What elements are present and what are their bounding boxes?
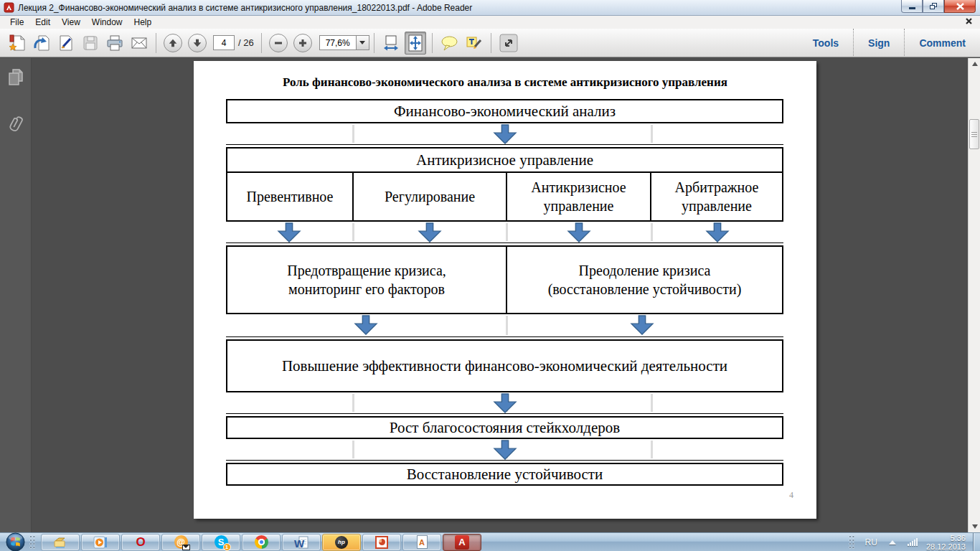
hp-icon: hp	[335, 536, 348, 549]
scrollbar-thumb[interactable]	[969, 119, 979, 149]
flowchart-spacer-row	[226, 392, 783, 414]
taskbar-app-text-document[interactable]: A	[402, 534, 441, 551]
network-signal-icon[interactable]	[908, 538, 918, 546]
zoom-in-button[interactable]	[293, 34, 312, 52]
a-glyph: A	[419, 538, 425, 547]
taskbar-app-adobe-reader[interactable]: A	[443, 534, 481, 551]
zoom-level-value[interactable]: 77,6%	[319, 35, 357, 50]
window-controls	[901, 0, 976, 13]
comment-bubble-button[interactable]	[440, 35, 458, 51]
restore-button[interactable]	[923, 0, 944, 13]
show-desktop-button[interactable]	[973, 533, 980, 551]
scroll-up-button[interactable]	[969, 58, 980, 70]
menu-file[interactable]: File	[4, 17, 29, 27]
language-indicator[interactable]: RU	[859, 537, 883, 547]
column-divider	[506, 223, 508, 241]
mailru-agent-icon: @	[174, 535, 188, 549]
fit-width-button[interactable]	[380, 32, 402, 55]
next-page-icon	[192, 37, 203, 49]
sign-document-button[interactable]	[57, 34, 75, 52]
save-button[interactable]	[82, 34, 99, 52]
sign-button[interactable]: Sign	[853, 29, 904, 57]
tray-grip	[849, 535, 855, 550]
taskbar-app-skype[interactable]: S 1	[202, 534, 240, 551]
close-button[interactable]	[944, 0, 976, 13]
tools-button[interactable]: Tools	[798, 29, 853, 57]
page-thumbnails-button[interactable]	[7, 68, 24, 90]
sign-document-icon	[57, 34, 75, 52]
toolbar-separator	[261, 33, 262, 53]
down-arrow-icon	[705, 222, 730, 242]
pie-chart-glyph	[379, 539, 385, 545]
down-arrow-icon	[493, 393, 517, 413]
taskbar-app-powerpoint[interactable]	[362, 534, 401, 551]
highlight-text-button[interactable]	[466, 35, 483, 51]
comment-bubble-icon	[440, 35, 458, 51]
taskbar-app-windows-explorer[interactable]	[41, 534, 80, 551]
column-divider	[506, 316, 508, 335]
envelope-icon	[182, 545, 190, 550]
taskbar-app-chrome[interactable]	[242, 534, 281, 551]
chevron-down-icon	[359, 41, 365, 44]
paperclip-icon	[7, 114, 24, 136]
toolbar-right-actions: Tools Sign Comment	[798, 29, 980, 57]
fullscreen-button[interactable]	[499, 34, 518, 52]
opera-icon: O	[136, 535, 145, 550]
flowchart-box-welfare: Рост благосостояния стейкхолдеров	[226, 416, 783, 439]
taskbar-app-media-player[interactable]	[81, 534, 120, 551]
minimize-button[interactable]	[901, 0, 923, 13]
zoom-dropdown-button[interactable]	[357, 35, 369, 50]
taskbar-app-mailru-agent[interactable]: @	[161, 534, 200, 551]
scroll-down-button[interactable]	[969, 521, 980, 532]
export-pdf-button[interactable]	[33, 34, 50, 52]
fit-page-icon	[407, 34, 423, 52]
flowchart-box-anticrisis-management: Антикризисное управление	[226, 147, 783, 173]
email-button[interactable]	[131, 36, 148, 50]
print-button[interactable]	[106, 34, 123, 52]
start-button[interactable]	[6, 532, 25, 551]
flowchart-spacer-row	[226, 314, 783, 337]
down-arrow-icon	[277, 222, 301, 242]
text-document-icon: A	[417, 535, 428, 549]
open-file-button[interactable]	[9, 34, 26, 52]
column-divider	[352, 441, 354, 458]
flowchart-box-crisis-overcoming: Преодоление кризиса (восстановление усто…	[507, 247, 782, 313]
taskbar-grip	[29, 535, 36, 550]
taskbar-app-word[interactable]: W	[282, 534, 321, 551]
flowchart-box-anticrisis-upr: Антикризисное управление	[507, 173, 651, 220]
previous-page-button[interactable]	[164, 34, 182, 52]
flowchart-box-arbitration: Арбитражное управление	[651, 173, 782, 220]
taskbar-app-opera[interactable]: O	[121, 534, 160, 551]
system-tray: RU 5:36 28.12.2013	[849, 533, 980, 551]
attachments-button[interactable]	[7, 114, 24, 138]
flowchart-title: Роль финансово-экономического анализа в …	[194, 75, 816, 90]
triangle-up-icon	[972, 62, 978, 66]
highlight-text-icon	[466, 35, 483, 51]
flowchart-spacer-row	[226, 123, 783, 145]
navigation-sidebar	[0, 58, 32, 532]
document-pane[interactable]: Роль финансово-экономического анализа в …	[32, 58, 968, 532]
close-icon	[956, 3, 964, 10]
menu-help[interactable]: Help	[128, 17, 158, 27]
page-number-input[interactable]	[213, 35, 235, 50]
adobe-a-glyph: A	[458, 537, 465, 547]
zoom-out-button[interactable]	[269, 34, 288, 52]
adobe-reader-icon: A	[455, 535, 469, 550]
taskbar-app-hp-assistant[interactable]: hp	[322, 534, 361, 551]
comment-button[interactable]: Comment	[904, 29, 980, 57]
vertical-scrollbar[interactable]	[968, 58, 980, 532]
clock[interactable]: 5:36 28.12.2013	[923, 534, 973, 551]
microsoft-word-icon: W	[294, 535, 308, 550]
print-icon	[106, 34, 123, 52]
menu-close-icon[interactable]	[965, 17, 973, 25]
adobe-pdf-file-icon	[4, 2, 14, 13]
menu-window[interactable]: Window	[86, 17, 128, 27]
fit-page-button[interactable]	[405, 32, 426, 55]
hp-glyph: hp	[338, 539, 345, 545]
next-page-button[interactable]	[188, 34, 207, 52]
flowchart-spacer-row	[226, 222, 783, 243]
flowchart-box-recovery: Восстановление устойчивости	[226, 463, 783, 486]
show-hidden-icons-button[interactable]	[889, 540, 896, 545]
menu-view[interactable]: View	[56, 17, 86, 27]
menu-edit[interactable]: Edit	[29, 17, 56, 27]
